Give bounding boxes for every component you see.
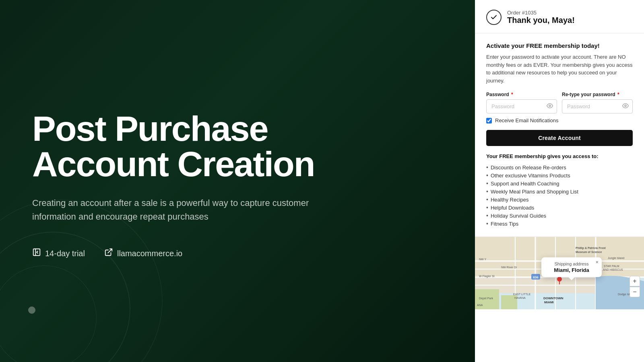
benefit-item: Healthy Recipes	[486, 195, 633, 204]
email-notifications-label: Receive Email Notifications	[495, 117, 559, 123]
benefit-item: Other exclusive Vitamins Products	[486, 171, 633, 179]
benefit-item: Weekly Meal Plans and Shopping List	[486, 187, 633, 195]
zoom-out-button[interactable]: −	[630, 287, 640, 297]
subtitle-text: Creating an account after a sale is a po…	[32, 196, 314, 224]
website-label: llamacommerce.io	[117, 249, 182, 258]
map-section: 836 Depot Park Phillip & Patricia Frost …	[475, 237, 644, 309]
svg-text:Depot Park: Depot Park	[479, 297, 493, 300]
password-form-row: Password * Re-type your password *	[486, 92, 633, 113]
required-star-retype: *	[616, 92, 619, 97]
svg-text:EAST LITTLE: EAST LITTLE	[513, 293, 530, 296]
svg-text:Museum of Science: Museum of Science	[576, 251, 602, 253]
external-link-icon	[104, 248, 113, 259]
popup-city: Miami, Florida	[548, 267, 595, 273]
main-title: Post Purchase Account Creation	[32, 111, 443, 182]
svg-line-1	[108, 249, 112, 253]
eye-icon-password[interactable]	[547, 103, 553, 110]
right-panel: Order #1035 Thank you, Maya! Activate yo…	[475, 0, 644, 362]
shipping-address-popup: × Shipping address Miami, Florida	[541, 257, 602, 277]
svg-text:DOWNTOWN: DOWNTOWN	[543, 296, 564, 300]
password-input-wrapper	[486, 99, 557, 113]
membership-section: Activate your FREE membership today! Ent…	[475, 33, 644, 237]
svg-text:ANA: ANA	[477, 304, 483, 306]
eye-icon-retype[interactable]	[622, 103, 629, 110]
svg-text:STAR PALM: STAR PALM	[604, 265, 619, 267]
trial-icon	[32, 248, 41, 259]
thank-you-text: Thank you, Maya!	[507, 16, 575, 25]
svg-text:AND HIBISCUS: AND HIBISCUS	[603, 268, 623, 271]
svg-text:W Flagler St: W Flagler St	[479, 275, 495, 278]
left-panel: Post Purchase Account Creation Creating …	[0, 0, 475, 362]
decorative-circle-outer	[0, 265, 97, 362]
retype-label: Re-type your password *	[562, 92, 633, 97]
required-star-password: *	[510, 92, 513, 97]
retype-input-wrapper	[562, 99, 633, 113]
benefit-item: Holiday Survival Guides	[486, 212, 633, 220]
footer-links: 14-day trial llamacommerce.io	[32, 248, 443, 259]
svg-text:MIAMI: MIAMI	[544, 300, 554, 304]
password-label: Password *	[486, 92, 557, 97]
retype-password-group: Re-type your password *	[562, 92, 633, 113]
svg-point-3	[625, 105, 626, 107]
zoom-in-button[interactable]: +	[630, 276, 640, 286]
membership-desc: Enter your password to activate your acc…	[486, 53, 633, 84]
website-link[interactable]: llamacommerce.io	[104, 248, 182, 259]
order-info: Order #1035 Thank you, Maya!	[507, 10, 575, 25]
order-number: Order #1035	[507, 10, 575, 16]
order-header: Order #1035 Thank you, Maya!	[475, 0, 644, 33]
benefit-item: Fitness Tips	[486, 220, 633, 228]
svg-rect-0	[33, 249, 40, 256]
decorative-circle-dot	[28, 306, 35, 314]
trial-label: 14-day trial	[45, 249, 85, 258]
svg-point-2	[549, 105, 551, 107]
trial-link[interactable]: 14-day trial	[32, 248, 85, 259]
popup-label: Shipping address	[548, 261, 595, 266]
map-container: 836 Depot Park Phillip & Patricia Frost …	[475, 237, 644, 309]
membership-title: Activate your FREE membership today!	[486, 42, 633, 49]
svg-text:Jungle Island: Jungle Island	[608, 257, 624, 260]
svg-text:NW Y: NW Y	[479, 258, 486, 261]
email-notifications-checkbox[interactable]	[486, 118, 492, 123]
svg-text:Phillip & Patricia Frost: Phillip & Patricia Frost	[576, 247, 606, 250]
email-notifications-row: Receive Email Notifications	[486, 117, 633, 123]
svg-text:HAVANA: HAVANA	[514, 296, 526, 299]
svg-text:836: 836	[533, 276, 539, 279]
benefit-item: Discounts on Release Re-orders	[486, 163, 633, 171]
password-group: Password *	[486, 92, 557, 113]
benefits-list: Discounts on Release Re-ordersOther excl…	[486, 163, 633, 228]
create-account-button[interactable]: Create Account	[486, 130, 633, 146]
benefit-item: Helpful Downloads	[486, 204, 633, 212]
svg-text:NW River Dr: NW River Dr	[501, 266, 517, 269]
check-circle-icon	[486, 10, 502, 25]
benefits-title: Your FREE membership gives you access to…	[486, 153, 633, 159]
benefit-item: Support and Health Coaching	[486, 179, 633, 187]
popup-close-button[interactable]: ×	[595, 259, 599, 265]
map-zoom-controls: + −	[630, 276, 640, 297]
